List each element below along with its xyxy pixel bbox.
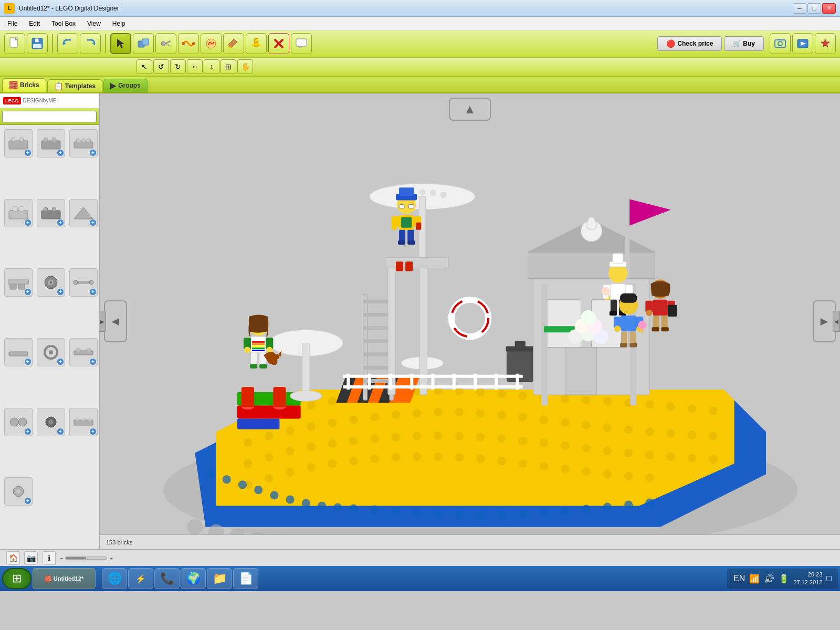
brick-item[interactable]: +: [37, 129, 65, 158]
new-button[interactable]: [4, 33, 25, 54]
redo-button[interactable]: [80, 33, 101, 54]
tray-network[interactable]: 📶: [749, 574, 760, 584]
svg-point-51: [50, 281, 52, 284]
start-button[interactable]: ⊞: [2, 568, 32, 589]
brick-item[interactable]: +: [4, 129, 33, 158]
decal-tool[interactable]: [201, 33, 222, 54]
taskbar-explorer[interactable]: 🌍: [181, 568, 206, 589]
menu-toolbox[interactable]: Tool Box: [46, 19, 81, 28]
maximize-button[interactable]: □: [807, 3, 821, 14]
history-tools: [57, 33, 101, 54]
svg-point-174: [413, 509, 421, 517]
brick-item[interactable]: +: [37, 268, 65, 297]
nav-up-button[interactable]: ▲: [449, 98, 491, 121]
brick-item[interactable]: +: [4, 199, 33, 227]
brick-item[interactable]: +: [69, 199, 98, 227]
canvas-status: 153 bricks: [100, 534, 840, 549]
status-home-button[interactable]: 🏠: [6, 551, 20, 565]
menu-help[interactable]: Help: [107, 19, 131, 28]
canvas-right-collapse[interactable]: ◀: [833, 311, 840, 332]
status-camera-button[interactable]: 📷: [24, 551, 38, 565]
svg-point-128: [434, 432, 443, 440]
hinge-tool[interactable]: [155, 33, 176, 54]
undo-button[interactable]: [57, 33, 78, 54]
taskbar-ldd[interactable]: 🧱 Untitled12*: [33, 568, 96, 589]
brick-item[interactable]: +: [37, 338, 65, 366]
status-info-button[interactable]: ℹ: [42, 551, 56, 565]
flex-tool[interactable]: [178, 33, 199, 54]
nav-left-button[interactable]: ◄: [104, 300, 127, 342]
zoom-plus-icon[interactable]: +: [109, 555, 112, 561]
secondary-toolbar: ↖ ↺ ↻ ↔ ↕ ⊞ ✋: [0, 58, 840, 77]
delete-tool[interactable]: [268, 33, 289, 54]
save-button[interactable]: [27, 33, 48, 54]
menu-file[interactable]: File: [2, 19, 23, 28]
taskbar-files[interactable]: 📁: [207, 568, 232, 589]
tab-groups[interactable]: ▶ Groups: [103, 79, 148, 92]
screenshot-button[interactable]: [770, 33, 791, 54]
buy-button[interactable]: 🛒 Buy: [724, 36, 764, 51]
tray-volume[interactable]: 🔊: [764, 574, 774, 584]
brick-item[interactable]: +: [4, 477, 33, 506]
sec-rotate-right-tool[interactable]: ↻: [170, 59, 186, 74]
svg-rect-227: [363, 295, 368, 400]
svg-point-132: [519, 437, 527, 445]
taskbar-torrent[interactable]: ⚡: [128, 568, 153, 589]
buy-label: Buy: [743, 40, 755, 47]
brick-item[interactable]: +: [4, 338, 33, 366]
sec-hand-tool[interactable]: ✋: [237, 59, 253, 74]
svg-point-171: [349, 505, 358, 513]
brick-item[interactable]: +: [37, 408, 65, 436]
brick-item[interactable]: +: [4, 408, 33, 436]
close-button[interactable]: ✕: [822, 3, 836, 14]
check-price-button[interactable]: 🔴 Check price: [657, 36, 722, 51]
svg-point-129: [455, 432, 464, 440]
sec-rotate-left-tool[interactable]: ↺: [153, 59, 169, 74]
share-button[interactable]: [792, 33, 813, 54]
zoom-minus-icon[interactable]: −: [60, 555, 63, 561]
menu-edit[interactable]: Edit: [24, 19, 45, 28]
brick-item[interactable]: +: [69, 408, 98, 436]
comment-tool[interactable]: [291, 33, 312, 54]
canvas-area[interactable]: ▲ ◄ ► ◀: [100, 93, 840, 549]
svg-point-149: [392, 453, 400, 461]
bricks-tab-label: Bricks: [20, 81, 39, 89]
minimize-button[interactable]: ─: [793, 3, 806, 14]
tray-battery[interactable]: 🔋: [779, 574, 789, 584]
brick-item[interactable]: +: [4, 268, 33, 297]
sec-pointer-tool[interactable]: ↖: [136, 59, 152, 74]
toolbar-sep-1: [52, 34, 53, 53]
select-tool[interactable]: [110, 33, 131, 54]
brick-item[interactable]: +: [69, 338, 98, 366]
sec-snap-tool[interactable]: ⊞: [220, 59, 236, 74]
search-input[interactable]: [2, 111, 97, 122]
svg-rect-245: [408, 204, 414, 208]
svg-point-92: [645, 400, 654, 408]
svg-point-53: [74, 280, 78, 285]
svg-point-157: [561, 465, 569, 473]
tray-show-desktop[interactable]: □: [826, 574, 832, 583]
brick-item[interactable]: +: [37, 199, 65, 227]
brick-item[interactable]: +: [69, 268, 98, 297]
svg-point-275: [581, 310, 595, 325]
zoom-slider[interactable]: [65, 556, 107, 560]
brick-item[interactable]: +: [69, 129, 98, 158]
svg-point-114: [624, 425, 633, 434]
svg-rect-43: [44, 207, 48, 212]
svg-rect-199: [273, 387, 286, 407]
svg-rect-59: [76, 349, 80, 352]
favorite-button[interactable]: [815, 33, 836, 54]
tab-bricks[interactable]: 🧱 Bricks: [2, 78, 46, 92]
sidebar-expand-button[interactable]: ▶: [99, 311, 106, 332]
minifig-tool[interactable]: [246, 33, 267, 54]
tab-templates[interactable]: 📋 Templates: [47, 79, 102, 92]
sec-flip-h-tool[interactable]: ↔: [187, 59, 203, 74]
taskbar-skype[interactable]: 📞: [154, 568, 180, 589]
taskbar-media[interactable]: 📄: [233, 568, 258, 589]
clone-tool[interactable]: [133, 33, 154, 54]
paint-tool[interactable]: [223, 33, 244, 54]
taskbar-chrome[interactable]: 🌐: [102, 568, 127, 589]
menu-view[interactable]: View: [82, 19, 106, 28]
svg-rect-48: [8, 280, 29, 284]
sec-flip-v-tool[interactable]: ↕: [204, 59, 219, 74]
